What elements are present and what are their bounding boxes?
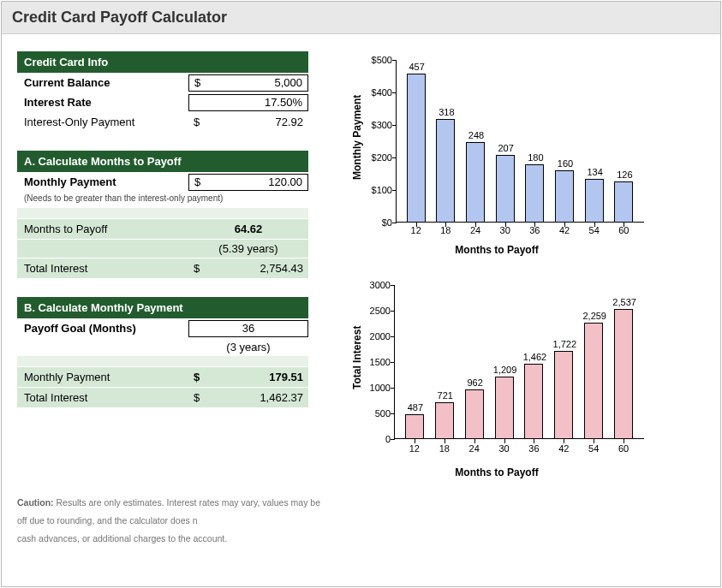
ytick: 1500 — [367, 357, 391, 367]
left-panel: Credit Card Info Current Balance $ 5,000… — [17, 51, 308, 484]
bar-label: 457 — [403, 62, 431, 72]
bar — [496, 155, 515, 223]
page-title: Credit Card Payoff Calculator — [12, 9, 710, 27]
chart0-xlabel: Months to Payoff — [368, 244, 625, 256]
row-a-months: Months to Payoff 64.62 — [17, 218, 308, 239]
row-b-years: (3 years) — [17, 338, 308, 356]
balance-input[interactable]: $ 5,000 — [188, 74, 308, 92]
chart1-plot — [394, 285, 644, 439]
ytick: $200 — [367, 152, 392, 163]
bar — [465, 389, 484, 439]
bar-label: 721 — [432, 390, 459, 401]
row-a-payment: Monthly Payment $ 120.00 — [17, 172, 308, 192]
ytick: 2000 — [367, 331, 391, 342]
chart1-ylabel: Total Interest — [351, 326, 363, 389]
rate-label: Interest Rate — [17, 92, 188, 112]
bar-label: 1,722 — [551, 339, 578, 349]
bar — [407, 74, 426, 223]
ytick: $0 — [367, 217, 392, 228]
b-payment-label: Monthly Payment — [17, 367, 188, 387]
b-goal-input[interactable]: 36 — [188, 320, 308, 337]
bar — [525, 164, 544, 223]
row-intonly: Interest-Only Payment $ 72.92 — [17, 112, 308, 132]
bar-label: 180 — [522, 152, 549, 163]
charts-panel: Monthly Payment Months to Payoff $0$100$… — [334, 51, 659, 484]
bar — [524, 364, 543, 439]
xtick: 54 — [585, 443, 602, 454]
ytick: $300 — [367, 120, 392, 130]
bar-label: 487 — [402, 402, 429, 413]
xtick: 60 — [615, 443, 632, 454]
a-payment-input[interactable]: $ 120.00 — [188, 174, 308, 191]
row-b-interest: Total Interest $ 1,462.37 — [17, 387, 308, 407]
a-months-value: 64.62 — [188, 220, 308, 238]
b-header: B. Calculate Monthly Payment — [17, 297, 308, 318]
bar — [555, 170, 574, 223]
xtick: 42 — [555, 443, 572, 454]
bar-label: 1,209 — [492, 365, 519, 375]
bar-label: 2,537 — [611, 297, 638, 307]
row-a-interest: Total Interest $ 2,754.43 — [17, 258, 308, 278]
caution-note: Caution: Results are only estimates. Int… — [2, 489, 720, 553]
ytick: 500 — [367, 408, 391, 419]
intonly-value: $ 72.92 — [188, 113, 308, 131]
xtick: 24 — [466, 443, 483, 454]
a-years-value: (5.39 years) — [188, 240, 308, 258]
total-interest-chart: Total Interest Months to Payoff 05001000… — [334, 278, 659, 484]
a-months-label: Months to Payoff — [17, 219, 188, 239]
a-interest-label: Total Interest — [17, 258, 188, 278]
bar — [436, 119, 455, 223]
a-header: A. Calculate Months to Payoff — [17, 151, 308, 172]
bar — [614, 309, 633, 439]
bar — [495, 377, 514, 439]
xtick: 36 — [525, 443, 542, 454]
ytick: 3000 — [367, 280, 391, 290]
bar-label: 1,462 — [521, 352, 548, 362]
bar — [584, 323, 603, 439]
b-years-value: (3 years) — [188, 338, 308, 356]
bar — [435, 402, 454, 439]
ytick: $500 — [367, 55, 392, 65]
bar-label: 248 — [462, 130, 490, 140]
bar — [554, 351, 573, 439]
bar-label: 2,259 — [581, 311, 608, 321]
ytick: $100 — [367, 185, 392, 195]
a-hint: (Needs to be greater than the interest-o… — [17, 192, 308, 208]
xtick: 12 — [406, 443, 423, 454]
info-header: Credit Card Info — [17, 51, 308, 73]
intonly-label: Interest-Only Payment — [17, 112, 188, 132]
section-info: Credit Card Info Current Balance $ 5,000… — [17, 51, 308, 132]
bar — [585, 179, 604, 223]
section-b: B. Calculate Monthly Payment Payoff Goal… — [17, 297, 308, 407]
row-rate: Interest Rate 17.50% — [17, 92, 308, 112]
row-b-goal: Payoff Goal (Months) 36 — [17, 318, 308, 338]
bar-label: 207 — [492, 143, 520, 153]
chart0-plot — [396, 60, 644, 223]
ytick: 0 — [367, 434, 391, 444]
bar — [466, 142, 485, 223]
a-payment-label: Monthly Payment — [17, 172, 188, 192]
bar-label: 134 — [582, 167, 609, 177]
balance-label: Current Balance — [17, 73, 188, 92]
ytick: 1000 — [367, 383, 391, 393]
monthly-payment-chart: Monthly Payment Months to Payoff $0$100$… — [334, 51, 659, 261]
ytick: 2500 — [367, 306, 391, 316]
xtick: 18 — [436, 443, 453, 454]
ytick: $400 — [367, 87, 392, 98]
row-balance: Current Balance $ 5,000 — [17, 73, 308, 92]
b-interest-label: Total Interest — [17, 388, 188, 407]
bar-label: 962 — [462, 377, 489, 388]
chart1-xlabel: Months to Payoff — [368, 466, 625, 478]
b-goal-label: Payoff Goal (Months) — [17, 318, 188, 338]
bar — [405, 414, 424, 439]
row-b-payment: Monthly Payment $ 179.51 — [17, 366, 308, 387]
bar-label: 126 — [611, 169, 638, 180]
a-interest-value: $ 2,754.43 — [188, 259, 308, 277]
rate-input[interactable]: 17.50% — [188, 94, 308, 111]
b-interest-value: $ 1,462.37 — [188, 389, 308, 407]
chart0-ylabel: Monthly Payment — [351, 95, 363, 180]
bar — [614, 181, 633, 223]
section-a: A. Calculate Months to Payoff Monthly Pa… — [17, 151, 308, 278]
xtick: 30 — [496, 443, 513, 454]
b-payment-value: $ 179.51 — [188, 368, 308, 386]
